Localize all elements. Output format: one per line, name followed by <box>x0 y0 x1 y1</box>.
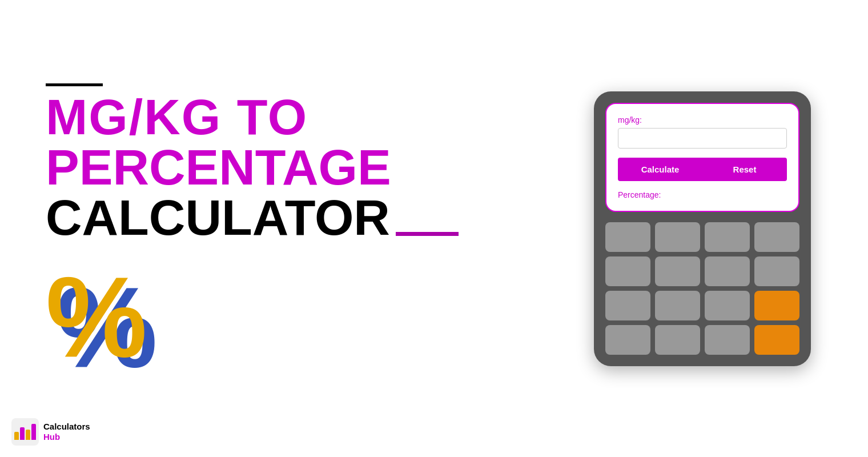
logo-bar-2 <box>20 427 25 440</box>
calculator-screen: mg/kg: Calculate Reset Percentage: <box>605 103 799 212</box>
logo-text-hub: Hub <box>43 432 90 442</box>
logo-text-calculators: Calculators <box>43 422 90 432</box>
title-line3-row: CALCULATOR <box>46 193 582 243</box>
logo-text: Calculators Hub <box>43 422 90 442</box>
right-panel: mg/kg: Calculate Reset Percentage: <box>582 91 822 366</box>
calc-btn-3[interactable] <box>705 222 750 252</box>
logo-bar-1 <box>14 432 19 440</box>
logo-icon <box>11 418 39 446</box>
calc-btn-12[interactable] <box>605 325 650 355</box>
calc-btn-5[interactable] <box>605 256 650 286</box>
calc-btn-1[interactable] <box>605 222 650 252</box>
percent-symbol-container: % % <box>46 260 194 386</box>
logo-bars-graphic <box>12 422 38 442</box>
calc-btn-4[interactable] <box>754 222 799 252</box>
title-line1: MG/KG TO <box>46 92 582 142</box>
underline-decoration <box>396 232 459 236</box>
calculate-button[interactable]: Calculate <box>618 158 702 181</box>
title-calculator-text: CALCULATOR <box>46 193 390 243</box>
calc-btn-7[interactable] <box>705 256 750 286</box>
logo-bar-3 <box>26 430 30 440</box>
calc-btn-8[interactable] <box>754 256 799 286</box>
percent-main: % <box>46 260 147 374</box>
title-line2: PERCENTAGE <box>46 142 582 193</box>
action-buttons-row: Calculate Reset <box>618 158 787 181</box>
calculator-device: mg/kg: Calculate Reset Percentage: <box>594 91 811 366</box>
calc-btn-2[interactable] <box>655 222 700 252</box>
mgkg-input[interactable] <box>618 128 787 149</box>
logo-bar-4 <box>31 424 36 440</box>
top-decorative-line <box>46 83 103 86</box>
calc-btn-6[interactable] <box>655 256 700 286</box>
calc-btn-13[interactable] <box>655 325 700 355</box>
title-percentage-text: PERCENTAGE <box>46 139 391 195</box>
calc-btn-10[interactable] <box>655 291 700 320</box>
calc-btn-enter[interactable] <box>754 291 799 320</box>
logo-area: Calculators Hub <box>11 418 90 446</box>
calc-btn-14[interactable] <box>705 325 750 355</box>
calc-btn-9[interactable] <box>605 291 650 320</box>
calc-btn-enter2[interactable] <box>754 325 799 355</box>
reset-button[interactable]: Reset <box>702 158 787 181</box>
input-label: mg/kg: <box>618 115 787 125</box>
result-label: Percentage: <box>618 190 787 199</box>
calc-btn-11[interactable] <box>705 291 750 320</box>
title-mgkg-text: MG/KG TO <box>46 89 308 145</box>
calculator-keypad <box>605 222 799 355</box>
left-panel: MG/KG TO PERCENTAGE CALCULATOR % % <box>46 72 582 386</box>
